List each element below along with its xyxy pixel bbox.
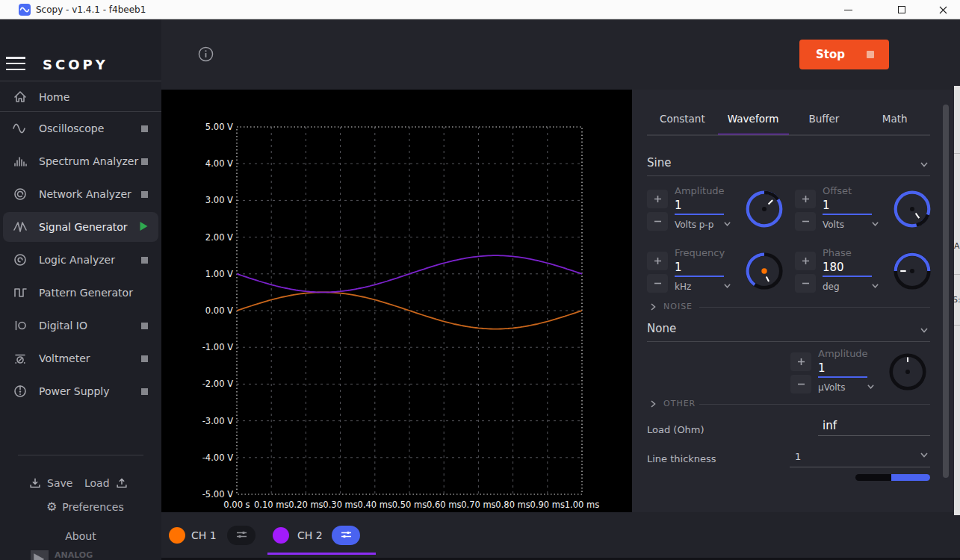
- about-button[interactable]: About: [0, 529, 161, 543]
- y-tick-label: -5.00 V: [167, 489, 233, 500]
- sidebar-item-label: Home: [39, 91, 69, 103]
- channel-settings-pill-button[interactable]: [227, 526, 256, 545]
- amplitude-increment-button[interactable]: [647, 190, 668, 208]
- noise-amplitude-unit-select[interactable]: µVolts: [818, 382, 875, 393]
- titlebar: Scopy - v1.4.1 - f4beeb1: [0, 0, 960, 19]
- info-icon: [198, 46, 214, 62]
- info-button[interactable]: [198, 46, 214, 65]
- instrument-stopped-square-icon: [141, 257, 148, 264]
- preferences-label: Preferences: [62, 501, 123, 513]
- noise-amplitude-value-input[interactable]: 1: [818, 361, 867, 378]
- load-ohm-label: Load (Ohm): [647, 424, 704, 435]
- frequency-decrement-button[interactable]: [647, 274, 668, 293]
- sidebar-item-oscilloscope[interactable]: Oscilloscope: [3, 113, 158, 143]
- horizontal-scrollbar[interactable]: [855, 474, 930, 481]
- chevron-down-icon: [723, 220, 731, 230]
- frequency-increment-button[interactable]: [647, 252, 668, 270]
- save-label: Save: [47, 477, 72, 489]
- scopy-window: Scopy - v1.4.1 - f4beeb1 SCOPY HomeOscil…: [0, 0, 960, 560]
- chevron-down-icon: [871, 220, 879, 230]
- instrument-stopped-square-icon: [141, 323, 148, 329]
- offset-increment-button[interactable]: [795, 190, 816, 208]
- offset-unit-select[interactable]: Volts: [823, 220, 879, 230]
- chart-canvas: [161, 90, 632, 512]
- y-tick-label: 5.00 V: [167, 122, 233, 132]
- amplitude-decrement-button[interactable]: [647, 212, 668, 231]
- sidebar-item-spectrum-analyzer[interactable]: Spectrum Analyzer: [3, 146, 158, 176]
- sidebar-item-digital-io[interactable]: Digital IO: [3, 311, 158, 340]
- channel-bar: CH 1CH 2: [161, 512, 960, 560]
- y-tick-label: 2.00 V: [167, 232, 233, 243]
- menu-hamburger-button[interactable]: [6, 54, 25, 73]
- line-thickness-select[interactable]: 1: [790, 449, 930, 467]
- frequency-control: Frequency1kHz: [647, 247, 785, 301]
- voltmeter-icon: [12, 351, 28, 366]
- sidebar-item-network-analyzer[interactable]: Network Analyzer: [3, 179, 158, 209]
- sidebar-item-voltmeter[interactable]: Voltmeter: [3, 343, 158, 373]
- minus-icon: [654, 276, 662, 290]
- frequency-unit-select[interactable]: kHz: [675, 281, 731, 292]
- sidebar-item-power-supply[interactable]: Power Supply: [3, 376, 158, 406]
- signal-generator-icon: [12, 220, 28, 234]
- offset-unit-value: Volts: [823, 220, 844, 230]
- wave-type-value: Sine: [647, 156, 671, 169]
- sliders-icon: [235, 529, 248, 543]
- amplitude-control: Amplitude1Volts p-p: [647, 185, 785, 239]
- sidebar-item-logic-analyzer[interactable]: Logic Analyzer: [3, 245, 158, 275]
- phase-decrement-button[interactable]: [795, 274, 816, 293]
- tab-math[interactable]: Math: [859, 103, 930, 136]
- stop-button[interactable]: Stop: [799, 40, 889, 69]
- amplitude-unit-select[interactable]: Volts p-p: [675, 220, 731, 230]
- frequency-value-input[interactable]: 1: [675, 261, 724, 277]
- tab-label: Buffer: [808, 113, 839, 125]
- noise-section-header[interactable]: NOISE: [648, 302, 693, 311]
- sidebar-item-pattern-generator[interactable]: Pattern Generator: [3, 278, 158, 308]
- minimize-icon: [844, 10, 852, 10]
- minimize-button[interactable]: [831, 0, 865, 19]
- channel-settings-pill-button[interactable]: [332, 526, 360, 545]
- waveform-chart[interactable]: 5.00 V4.00 V3.00 V2.00 V1.00 V0.00 V-1.0…: [161, 90, 632, 512]
- save-button[interactable]: Save: [28, 476, 72, 490]
- wave-type-select[interactable]: Sine: [647, 155, 930, 176]
- vertical-scrollbar-thumb[interactable]: [943, 105, 949, 478]
- tab-constant[interactable]: Constant: [647, 103, 718, 136]
- maximize-button[interactable]: [885, 0, 919, 19]
- frequency-label: Frequency: [675, 247, 742, 258]
- phase-value-input[interactable]: 180: [823, 261, 872, 277]
- load-upload-icon: [115, 476, 128, 490]
- noise-amplitude-decrement-button[interactable]: [790, 375, 811, 393]
- frequency-unit-value: kHz: [675, 281, 691, 292]
- y-tick-label: -3.00 V: [167, 416, 233, 426]
- amplitude-knob[interactable]: [745, 190, 784, 231]
- sidebar-item-home[interactable]: Home: [3, 82, 158, 112]
- phase-knob[interactable]: [893, 252, 932, 293]
- offset-decrement-button[interactable]: [795, 212, 816, 231]
- load-button[interactable]: Load: [84, 476, 128, 490]
- phase-unit-select[interactable]: deg: [823, 281, 879, 292]
- phase-control: Phase180deg: [795, 247, 933, 301]
- load-ohm-input[interactable]: inf: [818, 418, 930, 436]
- main-area: Stop 5.00 V4.00 V3.00 V2.00 V1.00 V0.00 …: [161, 19, 960, 560]
- sidebar-item-signal-generator[interactable]: Signal Generator: [3, 212, 158, 242]
- tab-waveform[interactable]: Waveform: [718, 103, 789, 136]
- frequency-knob[interactable]: [745, 252, 784, 293]
- noise-amplitude-knob[interactable]: [888, 352, 927, 394]
- amplitude-unit-value: Volts p-p: [675, 220, 713, 230]
- noise-amplitude-increment-button[interactable]: [790, 352, 811, 371]
- preferences-button[interactable]: ⚙ Preferences: [46, 500, 124, 514]
- phase-increment-button[interactable]: [795, 252, 816, 270]
- plus-icon: [802, 192, 810, 206]
- offset-control: Offset1Volts: [795, 185, 933, 239]
- horizontal-scrollbar-thumb[interactable]: [891, 474, 930, 481]
- noise-type-select[interactable]: None: [647, 321, 930, 342]
- logic-analyzer-icon: [12, 252, 28, 267]
- horizontal-scrollbar-track: [855, 474, 891, 481]
- offset-value-input[interactable]: 1: [823, 199, 872, 215]
- other-section-header[interactable]: OTHER: [648, 399, 696, 408]
- close-button[interactable]: [926, 0, 960, 19]
- amplitude-value-input[interactable]: 1: [675, 199, 724, 215]
- phase-label: Phase: [823, 247, 890, 258]
- tab-buffer[interactable]: Buffer: [789, 103, 860, 136]
- chevron-right-icon: [648, 302, 657, 311]
- offset-knob[interactable]: [893, 190, 932, 231]
